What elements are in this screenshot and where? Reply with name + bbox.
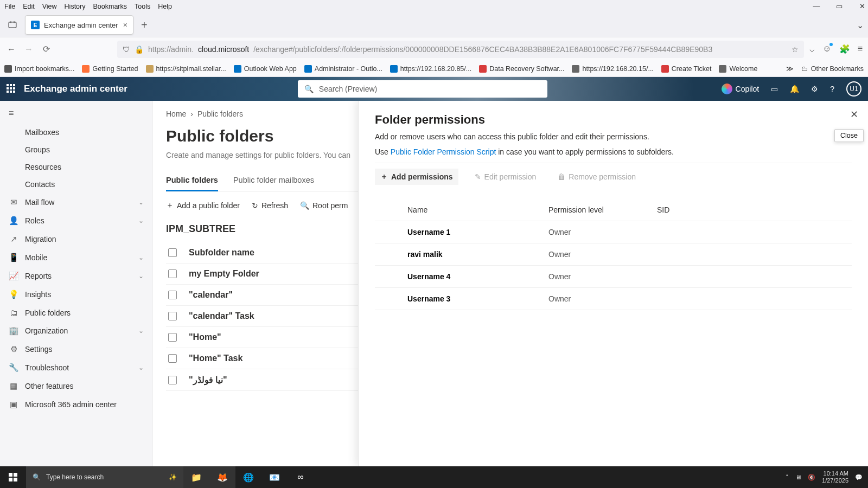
- bookmark-star-icon[interactable]: ☆: [792, 45, 799, 54]
- new-tab-button[interactable]: +: [141, 19, 148, 31]
- menu-history[interactable]: History: [65, 3, 86, 10]
- maximize-icon[interactable]: ▭: [835, 2, 843, 10]
- tab-public-folders[interactable]: Public folders: [166, 176, 218, 191]
- tabs-overflow-icon[interactable]: ⌄: [857, 20, 864, 30]
- nav-item[interactable]: 🗂Public folders: [0, 304, 152, 322]
- chrome-icon[interactable]: 🌐: [235, 466, 261, 488]
- taskbar-clock[interactable]: 10:14 AM 1/27/2025: [822, 470, 848, 484]
- menu-edit[interactable]: Edit: [23, 3, 35, 10]
- row-checkbox[interactable]: [168, 312, 177, 320]
- notifications-icon[interactable]: 🔔: [790, 85, 799, 93]
- menu-tools[interactable]: Tools: [135, 3, 150, 10]
- other-bookmarks[interactable]: 🗀 Other Bookmarks: [801, 65, 864, 73]
- firefox-icon[interactable]: 🦊: [209, 466, 235, 488]
- nav-item[interactable]: ⚙Settings: [0, 340, 152, 358]
- add-permissions-button[interactable]: ＋Add permissions: [375, 169, 458, 185]
- add-folder-button[interactable]: ＋Add a public folder: [166, 201, 240, 210]
- recent-tabs-button[interactable]: [4, 17, 21, 33]
- nav-item[interactable]: ✉Mail flow⌄: [0, 193, 152, 211]
- perm-name: ravi malik: [407, 250, 548, 259]
- action-center-icon[interactable]: 💬: [855, 474, 863, 481]
- crumb-home[interactable]: Home: [166, 110, 186, 118]
- col-subfolder-name[interactable]: Subfolder name: [189, 248, 254, 258]
- shield-icon[interactable]: 🛡: [123, 45, 130, 54]
- lock-icon[interactable]: 🔒: [135, 45, 144, 54]
- nav-item[interactable]: 💡Insights: [0, 285, 152, 304]
- bookmark-item[interactable]: https://sitplmail.stellar...: [146, 65, 226, 73]
- close-icon[interactable]: ✕: [858, 2, 866, 10]
- permission-row[interactable]: Username 1Owner: [375, 221, 852, 243]
- explorer-icon[interactable]: 📁: [183, 466, 209, 488]
- pocket-icon[interactable]: ⌵: [809, 44, 815, 54]
- reload-button[interactable]: ⟳: [40, 43, 52, 55]
- user-avatar[interactable]: U1: [846, 81, 861, 97]
- permission-row[interactable]: Username 4Owner: [375, 266, 852, 288]
- menu-help[interactable]: Help: [158, 3, 172, 10]
- nav-item[interactable]: ▦Other features: [0, 377, 152, 395]
- col-sid[interactable]: SID: [657, 206, 669, 214]
- nav-collapse-icon[interactable]: ≡: [0, 105, 152, 121]
- start-button[interactable]: [0, 466, 26, 488]
- nav-item[interactable]: Resources: [0, 158, 152, 176]
- nav-item[interactable]: Mailboxes: [0, 124, 152, 141]
- menu-bookmarks[interactable]: Bookmarks: [93, 3, 127, 10]
- forward-button[interactable]: →: [23, 43, 35, 55]
- bookmark-item[interactable]: Import bookmarks...: [4, 65, 74, 73]
- col-permission-level[interactable]: Permission level: [548, 206, 657, 214]
- nav-item[interactable]: ↗Migration: [0, 230, 152, 248]
- panel-icon[interactable]: ▭: [771, 85, 778, 93]
- nav-item[interactable]: ▣Microsoft 365 admin center: [0, 395, 152, 414]
- url-bar[interactable]: 🛡 🔒 https://admin.cloud.microsoft/exchan…: [117, 41, 804, 58]
- tray-chevron-icon[interactable]: ˄: [786, 474, 789, 481]
- extensions-icon[interactable]: 🧩: [839, 44, 850, 54]
- bookmarks-overflow-icon[interactable]: ≫: [786, 65, 794, 73]
- nav-item[interactable]: 👤Roles⌄: [0, 211, 152, 230]
- nav-item[interactable]: Contacts: [0, 176, 152, 193]
- col-name[interactable]: Name: [407, 206, 548, 214]
- nav-item[interactable]: 📈Reports⌄: [0, 267, 152, 285]
- panel-close-icon[interactable]: ✕: [850, 108, 858, 120]
- permission-script-link[interactable]: Public Folder Permission Script: [391, 147, 496, 156]
- permission-row[interactable]: ravi malikOwner: [375, 243, 852, 266]
- bookmark-item[interactable]: Welcome: [719, 65, 757, 73]
- tab-close-icon[interactable]: ×: [123, 21, 127, 29]
- tab-pf-mailboxes[interactable]: Public folder mailboxes: [233, 176, 314, 191]
- outlook-icon[interactable]: 📧: [261, 466, 288, 488]
- hamburger-icon[interactable]: ≡: [858, 44, 863, 54]
- permission-row[interactable]: Username 3Owner: [375, 288, 852, 310]
- display-icon[interactable]: 🖥: [795, 474, 801, 480]
- help-icon[interactable]: ?: [830, 85, 834, 93]
- menu-view[interactable]: View: [42, 3, 57, 10]
- menu-file[interactable]: File: [4, 3, 15, 10]
- nav-item[interactable]: Groups: [0, 141, 152, 158]
- bookmark-item[interactable]: https://192.168.20.85/...: [390, 65, 471, 73]
- nav-item[interactable]: 📱Mobile⌄: [0, 248, 152, 267]
- minimize-icon[interactable]: —: [813, 2, 820, 10]
- bookmark-item[interactable]: https://192.168.20.15/...: [572, 65, 653, 73]
- select-all-checkbox[interactable]: [168, 248, 177, 257]
- app-launcher-icon[interactable]: [7, 84, 16, 94]
- nav-item[interactable]: 🏢Organization⌄: [0, 322, 152, 340]
- root-perm-button[interactable]: 🔍Root perm: [300, 201, 348, 210]
- back-button[interactable]: ←: [5, 43, 17, 55]
- bookmark-item[interactable]: Data Recovery Softwar...: [479, 65, 564, 73]
- row-checkbox[interactable]: [168, 333, 177, 342]
- browser-tab[interactable]: E Exchange admin center ×: [25, 15, 133, 35]
- row-checkbox[interactable]: [168, 354, 177, 363]
- bookmark-item[interactable]: Getting Started: [82, 65, 138, 73]
- visualstudio-icon[interactable]: ∞: [288, 466, 314, 488]
- taskbar-search[interactable]: 🔍 Type here to search ✨: [26, 466, 183, 488]
- settings-icon[interactable]: ⚙: [811, 85, 818, 93]
- row-checkbox[interactable]: [168, 376, 177, 384]
- row-checkbox[interactable]: [168, 291, 177, 299]
- row-checkbox[interactable]: [168, 269, 177, 278]
- bookmark-item[interactable]: Outlook Web App: [234, 65, 297, 73]
- account-icon[interactable]: ☺: [822, 44, 831, 54]
- bookmark-item[interactable]: Administrator - Outlo...: [304, 65, 382, 73]
- bookmark-item[interactable]: Create Ticket: [661, 65, 712, 73]
- header-search[interactable]: 🔍 Search (Preview): [298, 80, 547, 98]
- nav-item[interactable]: 🔧Troubleshoot⌄: [0, 358, 152, 377]
- volume-icon[interactable]: 🔇: [808, 474, 815, 481]
- refresh-button[interactable]: ↻Refresh: [252, 201, 288, 210]
- copilot-button[interactable]: Copilot: [722, 84, 760, 94]
